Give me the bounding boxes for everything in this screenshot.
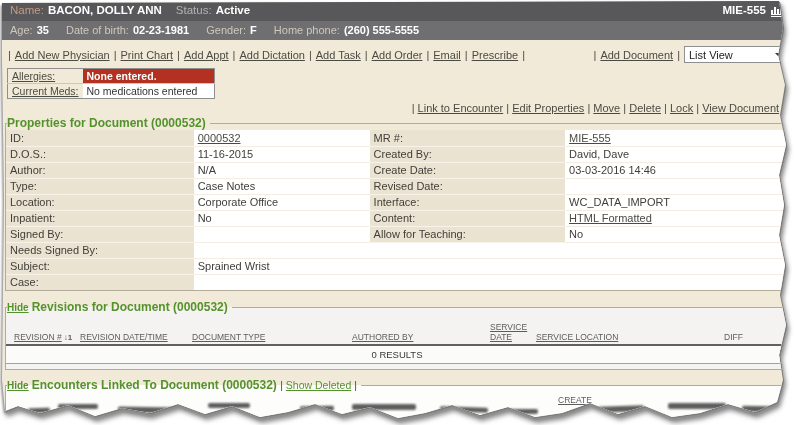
- column-create: CREATE: [558, 395, 592, 405]
- dob-value: 02-23-1981: [133, 24, 189, 36]
- allergies-value: None entered.: [83, 69, 215, 84]
- webchart-page: Name: BACON, DOLLY ANN Status: Active MI…: [0, 0, 794, 425]
- prop-label: Created By:: [370, 146, 566, 162]
- separator: |: [412, 102, 415, 114]
- encounters-section: HideEncounters Linked To Document (00005…: [5, 378, 789, 419]
- phone-value: (260) 555-5555: [344, 24, 419, 36]
- column-authored-by[interactable]: AUTHORED BY: [352, 332, 413, 342]
- prop-value: Corporate Office: [194, 194, 370, 210]
- separator: |: [522, 49, 525, 61]
- add-order-link[interactable]: Add Order: [372, 49, 423, 61]
- table-row: Signed By: Allow for Teaching: No: [6, 226, 788, 242]
- column-service-date[interactable]: SERVICE DATE: [490, 322, 527, 342]
- allergies-link[interactable]: Allergies:: [12, 70, 55, 82]
- prop-label: Signed By:: [6, 226, 194, 242]
- current-meds-value: No medications entered: [83, 84, 215, 99]
- properties-table: ID: 0000532 MR #: MIE-555 D.O.S.: 11-16-…: [6, 130, 788, 290]
- add-task-link[interactable]: Add Task: [316, 49, 361, 61]
- prop-value: Case Notes: [194, 178, 370, 194]
- status-value: Active: [216, 0, 251, 21]
- column-document-type[interactable]: DOCUMENT TYPE: [192, 332, 265, 342]
- encounters-section-title: Encounters Linked To Document (0000532): [32, 378, 277, 392]
- demographics-bar: Age:35 Date of birth:02-23-1981 Gender:F…: [0, 21, 794, 40]
- bar-chart-icon[interactable]: [771, 4, 784, 17]
- mr-number-badge: MIE-555: [723, 0, 766, 21]
- hide-encounters-link[interactable]: Hide: [7, 380, 29, 391]
- properties-section-title: Properties for Document (0000532): [7, 116, 210, 130]
- separator: |: [8, 49, 11, 61]
- prop-label: Interface:: [370, 194, 566, 210]
- add-dictation-link[interactable]: Add Dictation: [239, 49, 304, 61]
- prop-label: Needs Signed By:: [6, 242, 194, 258]
- table-row: Subject: Sprained Wrist: [6, 258, 788, 274]
- delete-link[interactable]: Delete: [629, 102, 661, 114]
- table-row: Inpatient: No Content: HTML Formatted: [6, 210, 788, 226]
- prop-value: [565, 178, 788, 194]
- age-value: 35: [37, 24, 49, 36]
- separator: |: [426, 49, 429, 61]
- move-link[interactable]: Move: [593, 102, 620, 114]
- prop-value: [194, 242, 788, 258]
- revisions-section-title: Revisions for Document (0000532): [32, 300, 228, 314]
- column-service-location[interactable]: SERVICE LOCATION: [536, 332, 618, 342]
- column-revision-number[interactable]: REVISION #: [14, 332, 62, 342]
- prop-label: Content:: [370, 210, 566, 226]
- add-new-physician-link[interactable]: Add New Physician: [15, 49, 110, 61]
- table-row: D.O.S.: 11-16-2015 Created By: David, Da…: [6, 146, 788, 162]
- add-appt-link[interactable]: Add Appt: [184, 49, 229, 61]
- content-format-link[interactable]: HTML Formatted: [569, 212, 652, 224]
- prop-label: Location:: [6, 194, 194, 210]
- column-revision-datetime[interactable]: REVISION DATE/TIME: [80, 332, 168, 342]
- table-row: Location: Corporate Office Interface: WC…: [6, 194, 788, 210]
- prop-value: WC_DATA_IMPORT: [565, 194, 788, 210]
- doc-id-link[interactable]: 0000532: [198, 132, 241, 144]
- prop-label: Author:: [6, 162, 194, 178]
- view-mode-value: List View: [689, 49, 733, 61]
- print-chart-link[interactable]: Print Chart: [121, 49, 174, 61]
- email-link[interactable]: Email: [433, 49, 461, 61]
- prop-label: D.O.S.:: [6, 146, 194, 162]
- column-diff: DIFF: [724, 332, 743, 342]
- prop-label: Allow for Teaching:: [370, 226, 566, 242]
- separator: |: [506, 102, 509, 114]
- prop-label: Subject:: [6, 258, 194, 274]
- prescribe-link[interactable]: Prescribe: [472, 49, 518, 61]
- age-label: Age:: [10, 24, 33, 36]
- link-to-encounter-link[interactable]: Link to Encounter: [418, 102, 504, 114]
- separator: |: [696, 102, 699, 114]
- mr-number-link[interactable]: MIE-555: [569, 132, 611, 144]
- separator: |: [465, 49, 468, 61]
- view-mode-select[interactable]: List View: [684, 46, 786, 63]
- page-content: | Add New Physician | Print Chart | Add …: [0, 40, 794, 419]
- chevron-down-icon: [775, 53, 781, 59]
- prop-value: No: [565, 226, 788, 242]
- revisions-header-row: REVISION #↓1 REVISION DATE/TIME DOCUMENT…: [6, 314, 788, 344]
- separator: |: [782, 102, 785, 114]
- prop-label: ID:: [6, 130, 194, 146]
- phone-label: Home phone:: [274, 24, 340, 36]
- edit-properties-link[interactable]: Edit Properties: [512, 102, 584, 114]
- show-deleted-link[interactable]: Show Deleted: [286, 379, 351, 391]
- add-document-link[interactable]: Add Document: [600, 49, 673, 61]
- lock-link[interactable]: Lock: [670, 102, 693, 114]
- separator: |: [623, 102, 626, 114]
- table-row: Needs Signed By:: [6, 242, 788, 258]
- current-meds-link[interactable]: Current Meds:: [12, 85, 79, 97]
- separator: |: [677, 49, 680, 61]
- separator: |: [177, 49, 180, 61]
- status-label: Status:: [176, 0, 212, 21]
- prop-label: Revised Date:: [370, 178, 566, 194]
- view-document-link[interactable]: View Document: [702, 102, 779, 114]
- prop-label: Create Date:: [370, 162, 566, 178]
- torn-page-wrapper: Name: BACON, DOLLY ANN Status: Active MI…: [0, 0, 794, 425]
- gender-value: F: [250, 24, 257, 36]
- gender-label: Gender:: [206, 24, 246, 36]
- prop-value: [194, 274, 788, 290]
- prop-value: Sprained Wrist: [194, 258, 788, 274]
- revisions-section: HideRevisions for Document (0000532) REV…: [5, 300, 789, 370]
- document-actions-row: | Link to Encounter | Edit Properties | …: [0, 99, 794, 116]
- patient-name: BACON, DOLLY ANN: [48, 0, 162, 21]
- prop-value: No: [194, 210, 370, 226]
- separator: |: [280, 379, 283, 391]
- hide-revisions-link[interactable]: Hide: [7, 302, 29, 313]
